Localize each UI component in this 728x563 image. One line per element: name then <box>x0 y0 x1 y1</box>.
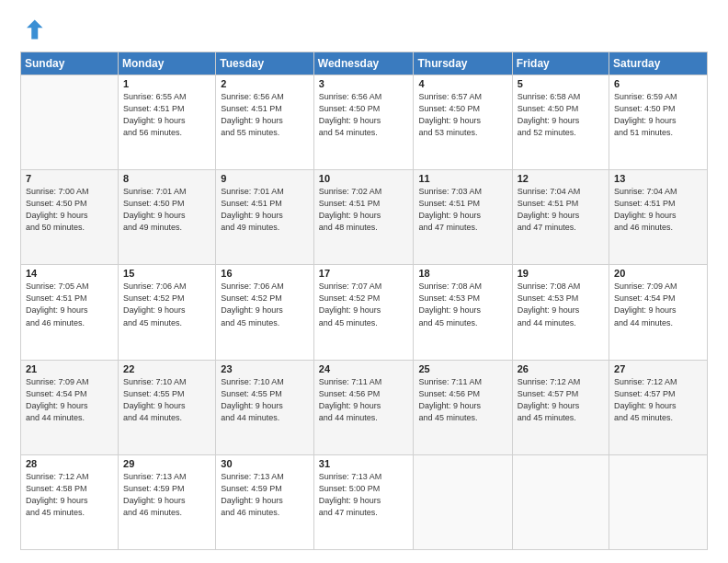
day-number: 27 <box>614 363 702 374</box>
calendar-cell: 23Sunrise: 7:10 AM Sunset: 4:55 PM Dayli… <box>216 360 314 454</box>
day-detail: Sunrise: 7:05 AM Sunset: 4:51 PM Dayligh… <box>26 281 113 328</box>
day-detail: Sunrise: 7:06 AM Sunset: 4:52 PM Dayligh… <box>123 281 210 328</box>
day-detail: Sunrise: 7:13 AM Sunset: 4:59 PM Dayligh… <box>123 471 210 519</box>
day-detail: Sunrise: 7:08 AM Sunset: 4:53 PM Dayligh… <box>418 281 506 328</box>
day-number: 7 <box>26 173 113 184</box>
day-number: 8 <box>123 173 210 184</box>
day-detail: Sunrise: 7:13 AM Sunset: 4:59 PM Dayligh… <box>221 471 309 519</box>
calendar-cell: 11Sunrise: 7:03 AM Sunset: 4:51 PM Dayli… <box>414 170 512 265</box>
day-number: 11 <box>418 173 506 184</box>
calendar-cell: 20Sunrise: 7:09 AM Sunset: 4:54 PM Dayli… <box>609 265 708 360</box>
day-number: 28 <box>26 458 113 469</box>
day-number: 2 <box>221 78 309 89</box>
calendar-cell <box>512 454 609 549</box>
calendar-cell: 29Sunrise: 7:13 AM Sunset: 4:59 PM Dayli… <box>119 454 216 549</box>
day-number: 1 <box>123 78 210 89</box>
day-detail: Sunrise: 7:09 AM Sunset: 4:54 PM Dayligh… <box>614 281 702 328</box>
logo-icon <box>20 17 46 42</box>
day-number: 15 <box>123 268 210 279</box>
calendar-cell: 24Sunrise: 7:11 AM Sunset: 4:56 PM Dayli… <box>313 360 414 454</box>
calendar-cell: 30Sunrise: 7:13 AM Sunset: 4:59 PM Dayli… <box>216 454 314 549</box>
day-number: 30 <box>221 458 309 469</box>
day-detail: Sunrise: 6:59 AM Sunset: 4:50 PM Dayligh… <box>614 91 702 139</box>
calendar-cell: 3Sunrise: 6:56 AM Sunset: 4:50 PM Daylig… <box>313 75 414 170</box>
day-detail: Sunrise: 7:00 AM Sunset: 4:50 PM Dayligh… <box>26 186 113 234</box>
calendar-cell: 8Sunrise: 7:01 AM Sunset: 4:50 PM Daylig… <box>119 170 216 265</box>
calendar-cell: 21Sunrise: 7:09 AM Sunset: 4:54 PM Dayli… <box>21 360 119 454</box>
calendar-cell: 19Sunrise: 7:08 AM Sunset: 4:53 PM Dayli… <box>512 265 609 360</box>
day-detail: Sunrise: 7:11 AM Sunset: 4:56 PM Dayligh… <box>319 376 409 424</box>
calendar-header-friday: Friday <box>512 52 609 75</box>
calendar-header-monday: Monday <box>119 52 216 75</box>
day-detail: Sunrise: 7:06 AM Sunset: 4:52 PM Dayligh… <box>221 281 309 328</box>
svg-marker-0 <box>27 20 43 40</box>
day-number: 31 <box>319 458 409 469</box>
calendar-cell: 2Sunrise: 6:56 AM Sunset: 4:51 PM Daylig… <box>216 75 314 170</box>
day-detail: Sunrise: 7:11 AM Sunset: 4:56 PM Dayligh… <box>418 376 506 424</box>
calendar-cell: 9Sunrise: 7:01 AM Sunset: 4:51 PM Daylig… <box>216 170 314 265</box>
day-number: 24 <box>319 363 409 374</box>
calendar-week-2: 7Sunrise: 7:00 AM Sunset: 4:50 PM Daylig… <box>21 170 708 265</box>
day-number: 5 <box>518 78 604 89</box>
day-number: 10 <box>319 173 409 184</box>
day-detail: Sunrise: 7:02 AM Sunset: 4:51 PM Dayligh… <box>319 186 409 234</box>
day-number: 16 <box>221 268 309 279</box>
day-detail: Sunrise: 7:09 AM Sunset: 4:54 PM Dayligh… <box>26 376 113 424</box>
day-detail: Sunrise: 7:01 AM Sunset: 4:51 PM Dayligh… <box>221 186 309 234</box>
day-detail: Sunrise: 7:10 AM Sunset: 4:55 PM Dayligh… <box>123 376 210 424</box>
calendar-table: SundayMondayTuesdayWednesdayThursdayFrid… <box>20 52 708 550</box>
day-number: 9 <box>221 173 309 184</box>
day-detail: Sunrise: 6:56 AM Sunset: 4:51 PM Dayligh… <box>221 91 309 139</box>
calendar-cell <box>414 454 512 549</box>
calendar-cell: 5Sunrise: 6:58 AM Sunset: 4:50 PM Daylig… <box>512 75 609 170</box>
logo <box>20 17 50 42</box>
calendar-cell: 31Sunrise: 7:13 AM Sunset: 5:00 PM Dayli… <box>313 454 414 549</box>
day-detail: Sunrise: 7:01 AM Sunset: 4:50 PM Dayligh… <box>123 186 210 234</box>
calendar-cell: 1Sunrise: 6:55 AM Sunset: 4:51 PM Daylig… <box>119 75 216 170</box>
day-number: 22 <box>123 363 210 374</box>
calendar-header-tuesday: Tuesday <box>216 52 314 75</box>
day-detail: Sunrise: 6:55 AM Sunset: 4:51 PM Dayligh… <box>123 91 210 139</box>
header <box>20 17 708 42</box>
day-number: 18 <box>418 268 506 279</box>
day-detail: Sunrise: 7:04 AM Sunset: 4:51 PM Dayligh… <box>518 186 604 234</box>
calendar-cell: 16Sunrise: 7:06 AM Sunset: 4:52 PM Dayli… <box>216 265 314 360</box>
day-number: 14 <box>26 268 113 279</box>
calendar-week-5: 28Sunrise: 7:12 AM Sunset: 4:58 PM Dayli… <box>21 454 708 549</box>
calendar-week-3: 14Sunrise: 7:05 AM Sunset: 4:51 PM Dayli… <box>21 265 708 360</box>
day-number: 26 <box>518 363 604 374</box>
calendar-header-sunday: Sunday <box>21 52 119 75</box>
day-detail: Sunrise: 7:08 AM Sunset: 4:53 PM Dayligh… <box>518 281 604 328</box>
day-detail: Sunrise: 6:58 AM Sunset: 4:50 PM Dayligh… <box>518 91 604 139</box>
calendar-cell: 6Sunrise: 6:59 AM Sunset: 4:50 PM Daylig… <box>609 75 708 170</box>
calendar-cell: 18Sunrise: 7:08 AM Sunset: 4:53 PM Dayli… <box>414 265 512 360</box>
day-detail: Sunrise: 7:07 AM Sunset: 4:52 PM Dayligh… <box>319 281 409 328</box>
calendar-cell: 13Sunrise: 7:04 AM Sunset: 4:51 PM Dayli… <box>609 170 708 265</box>
calendar-cell: 7Sunrise: 7:00 AM Sunset: 4:50 PM Daylig… <box>21 170 119 265</box>
day-detail: Sunrise: 7:12 AM Sunset: 4:57 PM Dayligh… <box>614 376 702 424</box>
day-number: 17 <box>319 268 409 279</box>
calendar-cell: 25Sunrise: 7:11 AM Sunset: 4:56 PM Dayli… <box>414 360 512 454</box>
page: SundayMondayTuesdayWednesdayThursdayFrid… <box>0 0 728 563</box>
day-number: 4 <box>418 78 506 89</box>
calendar-cell: 10Sunrise: 7:02 AM Sunset: 4:51 PM Dayli… <box>313 170 414 265</box>
calendar-week-4: 21Sunrise: 7:09 AM Sunset: 4:54 PM Dayli… <box>21 360 708 454</box>
day-number: 12 <box>518 173 604 184</box>
day-number: 19 <box>518 268 604 279</box>
day-number: 23 <box>221 363 309 374</box>
day-number: 29 <box>123 458 210 469</box>
day-detail: Sunrise: 7:10 AM Sunset: 4:55 PM Dayligh… <box>221 376 309 424</box>
day-number: 13 <box>614 173 702 184</box>
calendar-cell: 12Sunrise: 7:04 AM Sunset: 4:51 PM Dayli… <box>512 170 609 265</box>
calendar-cell: 4Sunrise: 6:57 AM Sunset: 4:50 PM Daylig… <box>414 75 512 170</box>
calendar-header-row: SundayMondayTuesdayWednesdayThursdayFrid… <box>21 52 708 75</box>
calendar-cell: 26Sunrise: 7:12 AM Sunset: 4:57 PM Dayli… <box>512 360 609 454</box>
day-detail: Sunrise: 7:04 AM Sunset: 4:51 PM Dayligh… <box>614 186 702 234</box>
calendar-cell: 22Sunrise: 7:10 AM Sunset: 4:55 PM Dayli… <box>119 360 216 454</box>
calendar-cell <box>609 454 708 549</box>
calendar-cell: 15Sunrise: 7:06 AM Sunset: 4:52 PM Dayli… <box>119 265 216 360</box>
calendar-week-1: 1Sunrise: 6:55 AM Sunset: 4:51 PM Daylig… <box>21 75 708 170</box>
day-number: 20 <box>614 268 702 279</box>
calendar-cell: 17Sunrise: 7:07 AM Sunset: 4:52 PM Dayli… <box>313 265 414 360</box>
calendar-header-thursday: Thursday <box>414 52 512 75</box>
